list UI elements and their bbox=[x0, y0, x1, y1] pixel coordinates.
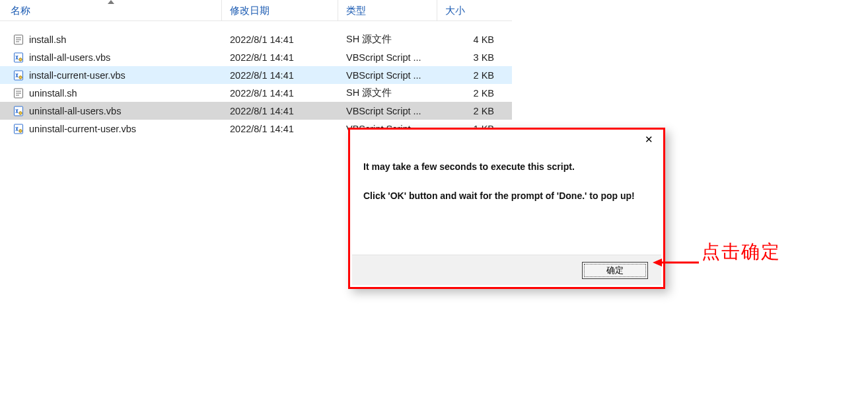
svg-point-7 bbox=[19, 75, 22, 78]
file-date: 2022/8/1 14:41 bbox=[222, 70, 338, 81]
svg-marker-17 bbox=[653, 259, 662, 266]
file-type: VBScript Script ... bbox=[338, 70, 437, 81]
file-name: install-current-user.vbs bbox=[29, 70, 126, 81]
svg-point-13 bbox=[19, 111, 22, 114]
file-row[interactable]: uninstall.sh2022/8/1 14:41SH 源文件2 KB bbox=[0, 84, 512, 102]
dialog-body: It may take a few seconds to execute thi… bbox=[350, 151, 663, 203]
column-header-name-label: 名称 bbox=[11, 5, 30, 16]
file-row[interactable]: install-current-user.vbs2022/8/1 14:41VB… bbox=[0, 66, 512, 84]
ok-button[interactable]: 确定 bbox=[582, 262, 648, 279]
file-size: 2 KB bbox=[437, 88, 503, 99]
dialog-message-line1: It may take a few seconds to execute thi… bbox=[363, 160, 650, 173]
file-name: uninstall-all-users.vbs bbox=[29, 106, 121, 116]
file-name: uninstall-current-user.vbs bbox=[29, 124, 136, 134]
file-name-cell: uninstall-current-user.vbs bbox=[0, 124, 222, 134]
vbs-file-icon bbox=[13, 70, 24, 81]
sort-ascending-icon bbox=[108, 0, 114, 4]
column-header-size[interactable]: 大小 bbox=[437, 0, 503, 21]
file-type: VBScript Script ... bbox=[338, 106, 437, 116]
file-row[interactable]: uninstall-all-users.vbs2022/8/1 14:41VBS… bbox=[0, 102, 512, 120]
svg-point-5 bbox=[19, 58, 22, 60]
file-date: 2022/8/1 14:41 bbox=[222, 52, 338, 63]
file-size: 4 KB bbox=[437, 34, 503, 45]
file-size: 2 KB bbox=[437, 70, 503, 81]
close-button[interactable]: ✕ bbox=[634, 130, 663, 149]
file-row[interactable]: install.sh2022/8/1 14:41SH 源文件4 KB bbox=[0, 30, 512, 48]
column-headers: 名称 修改日期 类型 大小 bbox=[0, 0, 512, 21]
file-size: 3 KB bbox=[437, 52, 503, 63]
svg-point-15 bbox=[19, 129, 22, 132]
vbs-file-icon bbox=[13, 52, 24, 63]
file-date: 2022/8/1 14:41 bbox=[222, 106, 338, 116]
file-name-cell: uninstall.sh bbox=[0, 88, 222, 99]
file-type: SH 源文件 bbox=[338, 33, 437, 46]
dialog-titlebar: ✕ bbox=[350, 130, 663, 151]
file-name-cell: install-current-user.vbs bbox=[0, 70, 222, 81]
file-name-cell: install-all-users.vbs bbox=[0, 52, 222, 63]
file-date: 2022/8/1 14:41 bbox=[222, 34, 338, 45]
file-name-cell: install.sh bbox=[0, 34, 222, 45]
file-date: 2022/8/1 14:41 bbox=[222, 88, 338, 99]
file-name: uninstall.sh bbox=[29, 88, 77, 99]
file-name: install-all-users.vbs bbox=[29, 52, 110, 63]
sh-file-icon bbox=[13, 88, 24, 99]
file-size: 2 KB bbox=[437, 106, 503, 116]
vbs-file-icon bbox=[13, 124, 24, 134]
dialog-message-line2: Click 'OK' button and wait for the promp… bbox=[363, 189, 650, 202]
dialog-footer: 确定 bbox=[352, 255, 661, 285]
file-date: 2022/8/1 14:41 bbox=[222, 124, 338, 134]
column-header-name[interactable]: 名称 bbox=[0, 0, 222, 21]
column-header-type[interactable]: 类型 bbox=[338, 0, 437, 21]
file-name: install.sh bbox=[29, 34, 66, 45]
annotation-arrow-icon bbox=[653, 258, 699, 267]
file-row[interactable]: install-all-users.vbs2022/8/1 14:41VBScr… bbox=[0, 48, 512, 66]
file-type: VBScript Script ... bbox=[338, 52, 437, 63]
script-confirm-dialog: ✕ It may take a few seconds to execute t… bbox=[348, 128, 665, 289]
file-list: install.sh2022/8/1 14:41SH 源文件4 KBinstal… bbox=[0, 21, 512, 138]
sh-file-icon bbox=[13, 34, 24, 45]
file-type: SH 源文件 bbox=[338, 87, 437, 99]
annotation-text: 点击确定 bbox=[702, 239, 781, 265]
column-header-date[interactable]: 修改日期 bbox=[222, 0, 338, 21]
close-icon: ✕ bbox=[645, 134, 653, 145]
vbs-file-icon bbox=[13, 106, 24, 116]
file-name-cell: uninstall-all-users.vbs bbox=[0, 106, 222, 116]
